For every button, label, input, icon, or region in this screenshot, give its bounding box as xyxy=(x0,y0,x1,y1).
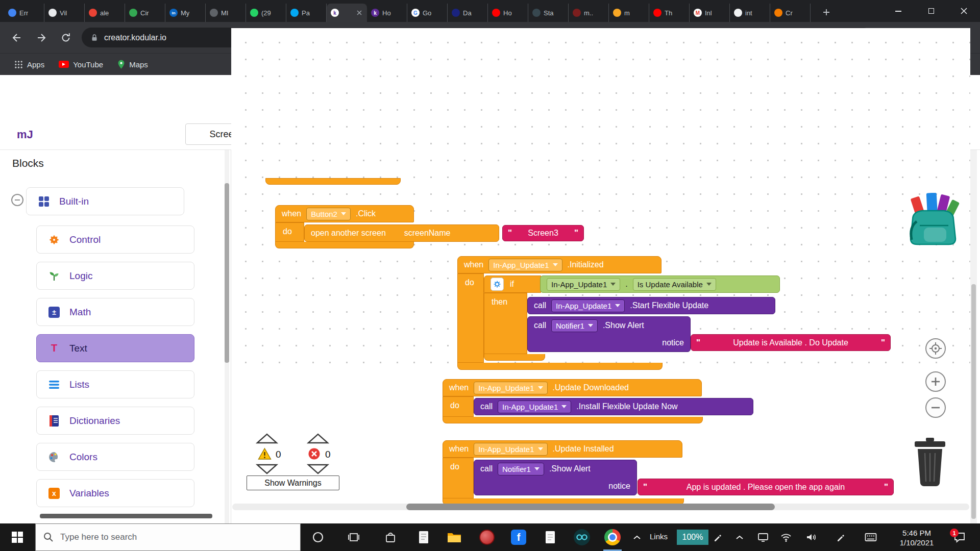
browser-tab[interactable]: Ho xyxy=(488,4,528,22)
store-icon[interactable] xyxy=(378,523,403,551)
bookmark-maps[interactable]: Maps xyxy=(117,60,148,69)
browser-tab[interactable]: kHo xyxy=(367,4,407,22)
text-block-app-updated[interactable]: " App is updated . Please open the app a… xyxy=(638,479,894,495)
event-block-update-installed[interactable]: when In-App_Update1 .Update Installed xyxy=(443,440,682,458)
action-center-icon[interactable]: 1 xyxy=(947,523,972,551)
event-block-update-downloaded[interactable]: when In-App_Update1 .Update Downloaded xyxy=(443,379,702,396)
browser-tab[interactable]: Th xyxy=(649,4,690,22)
start-button[interactable] xyxy=(5,523,30,551)
component-dropdown[interactable]: In-App_Update1 xyxy=(498,400,571,413)
minimize-button[interactable] xyxy=(882,0,915,22)
if-block-bottom[interactable] xyxy=(484,354,545,361)
game-app-icon[interactable] xyxy=(475,523,499,551)
chrome-icon[interactable] xyxy=(600,523,625,551)
zoom-out-button[interactable] xyxy=(925,397,946,418)
sidebar-hscrollbar-thumb[interactable] xyxy=(40,514,212,518)
browser-tab[interactable]: Sta xyxy=(528,4,569,22)
category-logic[interactable]: Logic xyxy=(36,262,194,290)
display-tray-icon[interactable] xyxy=(752,523,774,551)
category-math[interactable]: ± Math xyxy=(36,298,194,326)
category-variables[interactable]: x Variables xyxy=(36,479,194,507)
forward-icon[interactable] xyxy=(34,30,49,45)
bookmark-apps[interactable]: Apps xyxy=(14,60,44,69)
browser-tab[interactable]: ale xyxy=(85,4,125,22)
event-block-do-spine[interactable]: do xyxy=(443,458,474,498)
browser-tab[interactable]: Da xyxy=(448,4,488,22)
browser-tab[interactable]: inMy xyxy=(165,4,206,22)
hidden-icons-chevron[interactable] xyxy=(627,523,647,551)
reload-icon[interactable] xyxy=(58,30,74,45)
canvas-hscrollbar-thumb[interactable] xyxy=(406,504,775,510)
component-dropdown[interactable]: In-App_Update1 xyxy=(488,259,562,271)
browser-tab[interactable]: Cr xyxy=(770,4,811,22)
close-button[interactable] xyxy=(947,0,980,22)
call-block-show-alert-2[interactable]: call Notifier1 .Show Alert notice xyxy=(474,460,637,495)
notepad-icon[interactable] xyxy=(411,523,436,551)
text-block-screen3[interactable]: " Screen3 " xyxy=(502,225,584,241)
text-block-update-available[interactable]: " Update is Available . Do Update " xyxy=(691,334,891,351)
trash-icon[interactable] xyxy=(914,438,946,489)
category-builtin[interactable]: Built-in xyxy=(26,187,184,215)
event-block-button2-click[interactable]: when Button2 .Click xyxy=(275,205,414,222)
browser-tab[interactable]: (29 xyxy=(246,4,286,22)
component-dropdown[interactable]: In-App_Update1 xyxy=(547,278,620,291)
file-explorer-icon[interactable] xyxy=(442,523,467,551)
call-block-start-flexible-update[interactable]: call In-App_Update1 .Start Flexible Upda… xyxy=(527,297,775,314)
category-control[interactable]: Control xyxy=(36,226,194,254)
collapse-icon[interactable] xyxy=(11,194,23,206)
event-block-bottom[interactable] xyxy=(275,242,414,248)
task-view-icon[interactable] xyxy=(341,523,366,551)
network-tray-icon[interactable] xyxy=(775,523,797,551)
category-dictionaries[interactable]: Dictionaries xyxy=(36,407,194,435)
center-blocks-button[interactable] xyxy=(925,338,946,359)
tray-chevron-icon[interactable] xyxy=(729,523,750,551)
collapse-warnings-up-icon[interactable] xyxy=(255,432,279,446)
show-warnings-button[interactable]: Show Warnings xyxy=(247,475,339,490)
call-block-install-flexible-update[interactable]: call In-App_Update1 .Install Flexible Up… xyxy=(474,398,753,415)
partial-block[interactable] xyxy=(265,178,401,185)
component-dropdown[interactable]: In-App_Update1 xyxy=(474,382,547,394)
open-screen-block[interactable]: open another screen screenName xyxy=(304,224,499,242)
taskbar-search-input[interactable] xyxy=(35,523,301,551)
browser-tab[interactable]: MI xyxy=(206,4,246,22)
touch-keyboard-tray-icon[interactable] xyxy=(860,523,882,551)
category-colors[interactable]: Colors xyxy=(36,443,194,471)
new-tab-button[interactable] xyxy=(819,5,834,20)
component-dropdown[interactable]: Button2 xyxy=(306,208,351,220)
then-spine[interactable]: then xyxy=(484,293,527,354)
backpack-icon[interactable] xyxy=(901,193,968,252)
call-block-show-alert[interactable]: call Notifier1 .Show Alert notice xyxy=(527,316,691,352)
page-scrollbar-thumb[interactable] xyxy=(971,284,976,519)
property-dropdown[interactable]: Is Update Available xyxy=(633,278,716,291)
browser-tab[interactable]: m xyxy=(609,4,649,22)
facebook-icon[interactable]: f xyxy=(506,523,531,551)
browser-tab[interactable]: int xyxy=(730,4,770,22)
browser-tab[interactable]: MInl xyxy=(690,4,730,22)
browser-tab[interactable]: GGo xyxy=(407,4,448,22)
mutator-gear-icon[interactable] xyxy=(491,278,504,291)
kodular-companion-icon[interactable] xyxy=(570,523,594,551)
links-toolbar-label[interactable]: Links xyxy=(650,532,668,541)
component-dropdown[interactable]: Notifier1 xyxy=(551,319,598,332)
condition-block-is-update-available[interactable]: In-App_Update1 . Is Update Available xyxy=(540,276,780,293)
zoom-in-button[interactable] xyxy=(925,371,946,392)
component-dropdown[interactable]: In-App_Update1 xyxy=(474,443,547,456)
browser-tab[interactable]: Vil xyxy=(44,4,85,22)
event-block-bottom[interactable] xyxy=(443,417,703,423)
tab-close-icon[interactable] xyxy=(356,9,363,16)
back-icon[interactable] xyxy=(9,30,24,45)
browser-tab[interactable]: m.. xyxy=(569,4,609,22)
collapse-errors-up-icon[interactable] xyxy=(306,432,330,446)
links-zoom-value[interactable]: 100% xyxy=(677,530,708,545)
event-block-do-spine[interactable]: do xyxy=(457,273,484,363)
document-app-icon[interactable] xyxy=(538,523,562,551)
maximize-button[interactable] xyxy=(915,0,947,22)
taskbar-clock[interactable]: 5:46 PM 1/10/2021 xyxy=(896,528,937,547)
browser-tab[interactable]: Pa xyxy=(286,4,327,22)
bookmark-youtube[interactable]: YouTube xyxy=(59,60,103,69)
component-dropdown[interactable]: In-App_Update1 xyxy=(551,299,625,312)
event-block-initialized[interactable]: when In-App_Update1 .Initialized xyxy=(457,256,662,273)
event-block-do-spine[interactable]: do xyxy=(275,222,304,242)
browser-tab[interactable]: Cir xyxy=(125,4,165,22)
if-block-header[interactable]: if xyxy=(484,276,541,293)
